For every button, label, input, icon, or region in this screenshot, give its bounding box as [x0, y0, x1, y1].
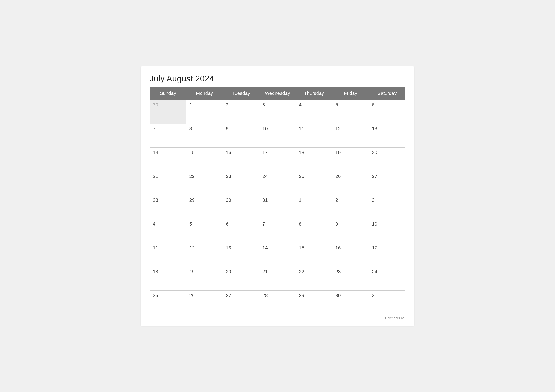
calendar-day-cell[interactable]: 13: [223, 243, 259, 267]
calendar-day-cell[interactable]: 22: [186, 171, 223, 195]
calendar-day-cell[interactable]: 5: [186, 219, 223, 243]
header-cell-monday: Monday: [186, 87, 223, 100]
calendar-day-cell[interactable]: 27: [369, 171, 405, 195]
calendar-table: SundayMondayTuesdayWednesdayThursdayFrid…: [150, 87, 405, 314]
calendar-day-cell[interactable]: 26: [332, 171, 369, 195]
calendar-day-cell[interactable]: 1: [296, 195, 332, 219]
calendar-day-cell[interactable]: 20: [369, 147, 405, 171]
calendar-day-cell[interactable]: 6: [223, 219, 259, 243]
calendar-week-row: 21222324252627: [150, 171, 405, 195]
calendar-week-row: 30123456: [150, 100, 405, 123]
calendar-day-cell[interactable]: 19: [186, 267, 223, 290]
calendar-day-cell[interactable]: 3: [369, 195, 405, 219]
calendar-day-cell[interactable]: 14: [259, 243, 296, 267]
calendar-day-cell[interactable]: 27: [223, 290, 259, 314]
calendar-day-cell[interactable]: 1: [186, 100, 223, 123]
calendar-header: SundayMondayTuesdayWednesdayThursdayFrid…: [150, 87, 405, 100]
calendar-day-cell[interactable]: 7: [150, 123, 186, 147]
calendar-day-cell[interactable]: 30: [332, 290, 369, 314]
calendar-day-cell[interactable]: 28: [150, 195, 186, 219]
calendar-day-cell[interactable]: 4: [150, 219, 186, 243]
calendar-container: July August 2024 SundayMondayTuesdayWedn…: [141, 66, 414, 326]
header-cell-friday: Friday: [332, 87, 369, 100]
calendar-day-cell[interactable]: 17: [259, 147, 296, 171]
calendar-day-cell[interactable]: 3: [259, 100, 296, 123]
calendar-day-cell[interactable]: 15: [186, 147, 223, 171]
calendar-week-row: 25262728293031: [150, 290, 405, 314]
calendar-day-cell[interactable]: 23: [332, 267, 369, 290]
calendar-day-cell[interactable]: 22: [296, 267, 332, 290]
calendar-day-cell[interactable]: 25: [150, 290, 186, 314]
calendar-day-cell[interactable]: 2: [223, 100, 259, 123]
calendar-day-cell[interactable]: 7: [259, 219, 296, 243]
calendar-day-cell[interactable]: 28: [259, 290, 296, 314]
calendar-day-cell[interactable]: 8: [296, 219, 332, 243]
calendar-week-row: 18192021222324: [150, 267, 405, 290]
calendar-day-cell[interactable]: 21: [150, 171, 186, 195]
calendar-day-cell[interactable]: 12: [332, 123, 369, 147]
calendar-day-cell[interactable]: 18: [150, 267, 186, 290]
calendar-day-cell[interactable]: 29: [296, 290, 332, 314]
calendar-week-row: 78910111213: [150, 123, 405, 147]
calendar-day-cell[interactable]: 11: [296, 123, 332, 147]
calendar-day-cell[interactable]: 15: [296, 243, 332, 267]
calendar-day-cell[interactable]: 18: [296, 147, 332, 171]
calendar-day-cell[interactable]: 24: [369, 267, 405, 290]
footer-credit: iCalendars.net: [150, 316, 405, 320]
calendar-day-cell[interactable]: 5: [332, 100, 369, 123]
calendar-day-cell[interactable]: 21: [259, 267, 296, 290]
calendar-day-cell[interactable]: 2: [332, 195, 369, 219]
calendar-day-cell[interactable]: 9: [332, 219, 369, 243]
calendar-day-cell[interactable]: 10: [369, 219, 405, 243]
calendar-day-cell[interactable]: 10: [259, 123, 296, 147]
header-cell-saturday: Saturday: [369, 87, 405, 100]
calendar-day-cell[interactable]: 12: [186, 243, 223, 267]
header-cell-tuesday: Tuesday: [223, 87, 259, 100]
header-cell-sunday: Sunday: [150, 87, 186, 100]
calendar-day-cell[interactable]: 20: [223, 267, 259, 290]
calendar-day-cell[interactable]: 6: [369, 100, 405, 123]
calendar-day-cell[interactable]: 8: [186, 123, 223, 147]
calendar-body: 3012345678910111213141516171819202122232…: [150, 100, 405, 314]
calendar-day-cell[interactable]: 16: [223, 147, 259, 171]
calendar-day-cell[interactable]: 29: [186, 195, 223, 219]
calendar-day-cell[interactable]: 11: [150, 243, 186, 267]
calendar-day-cell[interactable]: 31: [369, 290, 405, 314]
calendar-day-cell[interactable]: 16: [332, 243, 369, 267]
calendar-title: July August 2024: [150, 74, 405, 83]
calendar-day-cell[interactable]: 23: [223, 171, 259, 195]
header-cell-thursday: Thursday: [296, 87, 332, 100]
calendar-week-row: 45678910: [150, 219, 405, 243]
calendar-week-row: 28293031123: [150, 195, 405, 219]
calendar-week-row: 11121314151617: [150, 243, 405, 267]
calendar-day-cell[interactable]: 19: [332, 147, 369, 171]
calendar-day-cell[interactable]: 31: [259, 195, 296, 219]
header-cell-wednesday: Wednesday: [259, 87, 296, 100]
calendar-day-cell[interactable]: 14: [150, 147, 186, 171]
calendar-day-cell[interactable]: 24: [259, 171, 296, 195]
calendar-day-cell[interactable]: 30: [150, 100, 186, 123]
calendar-week-row: 14151617181920: [150, 147, 405, 171]
calendar-day-cell[interactable]: 26: [186, 290, 223, 314]
header-row: SundayMondayTuesdayWednesdayThursdayFrid…: [150, 87, 405, 100]
calendar-day-cell[interactable]: 4: [296, 100, 332, 123]
calendar-day-cell[interactable]: 30: [223, 195, 259, 219]
calendar-day-cell[interactable]: 13: [369, 123, 405, 147]
calendar-day-cell[interactable]: 9: [223, 123, 259, 147]
calendar-day-cell[interactable]: 17: [369, 243, 405, 267]
calendar-day-cell[interactable]: 25: [296, 171, 332, 195]
